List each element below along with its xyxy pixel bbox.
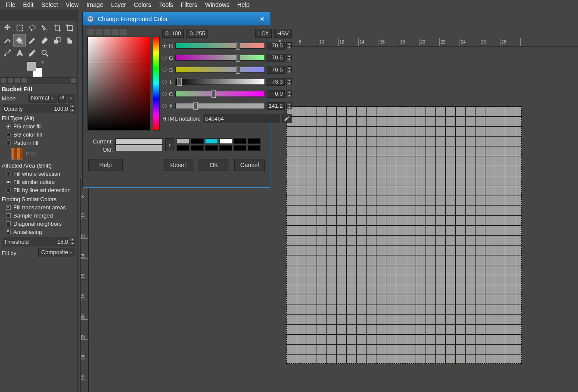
tool-warp[interactable] xyxy=(1,34,13,47)
g-value[interactable]: 70,5 xyxy=(267,54,285,62)
fg-bg-selector[interactable]: ⤭ xyxy=(27,62,42,77)
b-down[interactable]: ▼ xyxy=(286,70,292,73)
tool-eraser[interactable] xyxy=(38,34,51,47)
swap-colors-icon[interactable]: ⤭ xyxy=(40,60,44,65)
check-sample-merged[interactable] xyxy=(6,213,11,218)
tool-paintbrush[interactable] xyxy=(26,34,38,47)
history-swatch[interactable] xyxy=(205,145,218,151)
menu-tools[interactable]: Tools xyxy=(155,0,177,9)
history-swatch[interactable] xyxy=(177,138,190,144)
h-down[interactable]: ▼ xyxy=(286,106,292,109)
fg-color[interactable] xyxy=(27,62,36,71)
r-slider[interactable] xyxy=(175,43,265,49)
dock-tab-1[interactable] xyxy=(1,78,6,83)
g-up[interactable]: ▲ xyxy=(286,54,292,58)
radio-fill-similar[interactable] xyxy=(6,180,11,184)
dock-tab-3[interactable] xyxy=(15,78,20,83)
c-value[interactable]: 0,0 xyxy=(267,90,285,98)
radio-h[interactable] xyxy=(162,104,167,108)
menu-colors[interactable]: Colors xyxy=(130,0,155,9)
colortab-icon[interactable] xyxy=(96,29,103,35)
l-up[interactable]: ▲ xyxy=(286,78,292,82)
radio-fill-lineart[interactable] xyxy=(6,188,11,193)
tool-smudge[interactable] xyxy=(63,34,76,47)
mode-extra-select[interactable] xyxy=(68,94,75,103)
radio-g[interactable] xyxy=(162,56,167,60)
menu-layer[interactable]: Layer xyxy=(107,0,130,9)
tool-bucket-fill[interactable] xyxy=(13,34,26,47)
hsv-button[interactable]: HSV xyxy=(274,29,292,38)
r-up[interactable]: ▲ xyxy=(286,42,292,46)
threshold-slider[interactable]: Threshold 15,0 ▲▼ xyxy=(2,237,75,246)
history-swatch[interactable] xyxy=(219,138,232,144)
history-swatch[interactable] xyxy=(248,138,261,144)
history-swatch[interactable] xyxy=(191,138,204,144)
opacity-down[interactable]: ▼ xyxy=(70,109,75,112)
history-swatch[interactable] xyxy=(233,145,246,151)
tool-crop[interactable] xyxy=(51,22,63,34)
l-down[interactable]: ▼ xyxy=(286,82,292,85)
g-slider[interactable] xyxy=(175,55,265,61)
dock-tab-2[interactable] xyxy=(8,78,13,83)
b-slider[interactable] xyxy=(175,67,265,73)
radio-b[interactable] xyxy=(162,68,167,72)
ok-button[interactable]: OK xyxy=(199,159,229,171)
cancel-button[interactable]: Cancel xyxy=(234,159,265,171)
b-up[interactable]: ▲ xyxy=(286,66,292,70)
check-diagonal-neighbors[interactable] xyxy=(6,221,11,226)
history-swatch[interactable] xyxy=(219,145,232,151)
opacity-slider[interactable]: Opacity 100,0 ▲▼ xyxy=(2,104,75,113)
menu-select[interactable]: Select xyxy=(37,0,62,9)
eyedropper-icon[interactable] xyxy=(282,114,292,123)
tool-move[interactable] xyxy=(1,22,13,34)
radio-l[interactable] xyxy=(162,80,167,84)
canvas[interactable] xyxy=(286,106,522,364)
tool-transform[interactable] xyxy=(63,22,76,34)
range-0-100-button[interactable]: 0..100 xyxy=(162,29,184,38)
radio-c[interactable] xyxy=(162,92,167,96)
r-down[interactable]: ▼ xyxy=(286,46,292,49)
radio-r[interactable] xyxy=(162,44,167,48)
h-value[interactable]: 141,2 xyxy=(267,102,285,110)
radio-bg-fill[interactable] xyxy=(6,132,11,137)
tool-rect-select[interactable] xyxy=(13,22,26,34)
lch-button[interactable]: LCh xyxy=(255,29,272,38)
tool-zoom[interactable] xyxy=(38,47,51,59)
menu-windows[interactable]: Windows xyxy=(201,0,233,9)
check-antialiasing[interactable] xyxy=(6,230,11,234)
threshold-down[interactable]: ▼ xyxy=(70,242,75,246)
menu-filters[interactable]: Filters xyxy=(177,0,201,9)
mode-reset-button[interactable]: ↺ xyxy=(58,94,66,103)
menu-help[interactable]: Help xyxy=(233,0,254,9)
opacity-up[interactable]: ▲ xyxy=(70,105,75,109)
history-swatch[interactable] xyxy=(177,145,190,151)
add-to-history-button[interactable]: › xyxy=(165,138,174,151)
history-swatch[interactable] xyxy=(205,138,218,144)
check-fill-transparent[interactable] xyxy=(6,205,11,210)
close-button[interactable]: ✕ xyxy=(258,16,267,22)
tool-fuzzy-select[interactable] xyxy=(38,22,51,34)
l-value[interactable]: 73,3 xyxy=(267,78,285,86)
tool-clone[interactable] xyxy=(51,34,63,47)
colortab-icon[interactable] xyxy=(120,29,127,35)
fillby-select[interactable]: Composite xyxy=(38,249,75,257)
menu-edit[interactable]: Edit xyxy=(19,0,37,9)
radio-pattern-fill[interactable] xyxy=(6,140,11,145)
colortab-icon[interactable] xyxy=(87,29,94,35)
b-value[interactable]: 70,5 xyxy=(267,66,285,74)
dock-tab-4[interactable] xyxy=(22,78,27,83)
radio-fg-fill[interactable] xyxy=(6,124,11,129)
mode-select[interactable]: Normal xyxy=(28,94,56,103)
tool-free-select[interactable] xyxy=(26,22,38,34)
tool-path[interactable] xyxy=(1,47,13,59)
c-up[interactable]: ▲ xyxy=(286,90,292,94)
h-slider[interactable] xyxy=(175,103,265,109)
menu-file[interactable]: File xyxy=(2,0,19,9)
tool-text[interactable] xyxy=(13,47,26,59)
radio-fill-whole[interactable] xyxy=(6,171,11,176)
color-field[interactable] xyxy=(87,37,150,131)
c-slider[interactable] xyxy=(175,91,265,97)
history-swatch[interactable] xyxy=(248,145,261,151)
c-down[interactable]: ▼ xyxy=(286,94,292,97)
threshold-up[interactable]: ▲ xyxy=(70,238,75,242)
